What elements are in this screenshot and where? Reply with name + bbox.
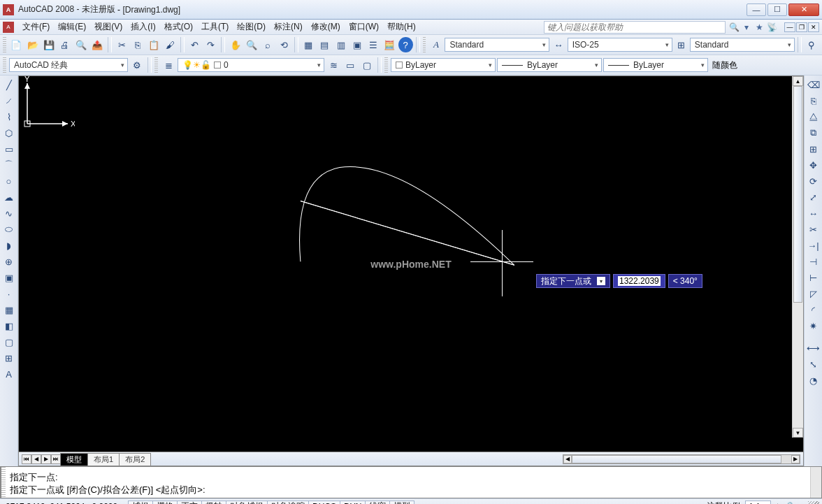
minimize-button[interactable]: — [747,3,766,16]
menu-insert[interactable]: 插入(I) [127,20,159,34]
annotation-visibility-icon[interactable]: ⚖ [774,502,781,505]
gradient-icon[interactable]: ◧ [1,318,17,333]
join-icon[interactable]: ⊢ [806,270,821,285]
dim-aligned-icon[interactable]: ⤡ [806,357,821,372]
table-style-icon[interactable]: ⊞ [674,37,688,52]
chamfer-icon[interactable]: ◸ [806,286,821,301]
text-style-combo[interactable]: Standard▾ [445,38,549,52]
tab-layout1[interactable]: 布局1 [87,453,120,466]
ortho-toggle[interactable]: 正交 [177,501,202,505]
new-icon[interactable]: 📄 [9,37,24,52]
dyn-toggle[interactable]: DYN [340,501,366,505]
coordinates-display[interactable]: 2717.3419, 941.5064 , 0.0000 [3,502,129,505]
status-menu-icon[interactable]: ▾ [798,502,802,505]
save-icon[interactable]: 💾 [41,37,56,52]
menu-tools[interactable]: 工具(T) [197,20,233,34]
table-style-combo[interactable]: Standard▾ [690,38,795,52]
scroll-thumb[interactable] [572,455,781,463]
command-scrollbar[interactable] [810,467,821,498]
layer-states-icon[interactable]: ▭ [342,57,358,73]
cut-icon[interactable]: ✂ [115,37,129,52]
hatch-icon[interactable]: ▦ [1,302,17,317]
arc-icon[interactable]: ⌒ [1,157,17,173]
scroll-left-icon[interactable]: ◀ [563,455,572,463]
extend-icon[interactable]: →| [806,238,821,253]
color-combo[interactable]: ByLayer▾ [391,58,496,72]
zoom-win-icon[interactable]: ⌕ [260,37,275,52]
dynamic-distance-input[interactable]: 1322.2039 [613,274,665,288]
line-icon[interactable]: ╱ [1,77,17,92]
lwt-toggle[interactable]: 线宽 [365,501,390,505]
copy-obj-icon[interactable]: ⎘ [806,93,821,108]
redo-icon[interactable]: ↷ [203,37,218,52]
zoom-prev-icon[interactable]: ⟲ [277,37,291,52]
match-prop-icon[interactable]: 🖌 [163,37,178,52]
make-block-icon[interactable]: ▣ [1,270,17,285]
doc-minimize-button[interactable]: — [784,22,795,32]
ducs-toggle[interactable]: DUCS [308,501,340,505]
rectangle-icon[interactable]: ▭ [1,141,17,157]
move-icon[interactable]: ✥ [806,157,821,173]
spline-icon[interactable]: ∿ [1,206,17,221]
help-search-input[interactable] [544,21,726,34]
ellipse-icon[interactable]: ⬭ [1,222,17,237]
tool-palette-icon[interactable]: ▥ [333,37,348,52]
resize-grip[interactable] [808,501,819,505]
menu-help[interactable]: 帮助(H) [383,20,420,34]
xline-icon[interactable]: ⟋ [1,93,17,108]
ellipse-arc-icon[interactable]: ◗ [1,238,17,253]
mirror-icon[interactable]: ⧋ [806,109,821,124]
tab-layout2[interactable]: 布局2 [119,453,151,466]
annotation-scale-combo[interactable]: 1:1 [745,501,771,505]
break-icon[interactable]: ⊣ [806,254,821,269]
menu-view[interactable]: 视图(V) [90,20,127,34]
help-icon[interactable]: ? [398,37,413,52]
dropdown-icon[interactable]: ▾ [597,277,605,285]
layer-manager-icon[interactable]: ≣ [161,57,176,73]
region-icon[interactable]: ▢ [1,334,17,350]
dim-radius-icon[interactable]: ◔ [806,373,821,388]
horizontal-scrollbar[interactable]: ◀ ▶ [563,454,800,464]
tab-first-icon[interactable]: ⏮ [22,454,31,464]
table-icon[interactable]: ⊞ [1,350,17,366]
layer-prev-icon[interactable]: ≋ [326,57,341,73]
multileader-style-icon[interactable]: ⚲ [805,37,819,52]
menu-dimension[interactable]: 标注(N) [270,20,307,34]
tab-model[interactable]: 模型 [60,453,88,466]
snap-toggle[interactable]: 捕捉 [128,501,153,505]
osnap-toggle[interactable]: 对象捕捉 [226,501,268,505]
vertical-scrollbar[interactable]: ▲ ▼ [792,76,803,438]
zoom-rt-icon[interactable]: 🔍 [244,37,259,52]
paste-icon[interactable]: 📋 [147,37,161,52]
sheet-set-icon[interactable]: ▣ [349,37,364,52]
toolbar-grip[interactable] [3,37,6,52]
explode-icon[interactable]: ✷ [806,318,821,333]
menu-file[interactable]: 文件(F) [18,20,54,34]
dynamic-angle-input[interactable]: < 340° [668,274,702,288]
toolbar-grip[interactable] [3,57,6,73]
tab-next-icon[interactable]: ▶ [41,454,51,464]
pan-icon[interactable]: ✋ [228,37,243,52]
scroll-up-icon[interactable]: ▲ [793,76,803,86]
erase-icon[interactable]: ⌫ [806,77,821,92]
doc-restore-button[interactable]: ❐ [796,22,807,32]
toolbar-grip[interactable] [154,57,158,73]
menu-modify[interactable]: 修改(M) [307,20,345,34]
scale-icon[interactable]: ⤢ [806,189,821,205]
preview-icon[interactable]: 🔍 [73,37,88,52]
linetype-combo[interactable]: ByLayer▾ [497,58,602,72]
circle-icon[interactable]: ○ [1,173,17,189]
tab-prev-icon[interactable]: ◀ [31,454,41,464]
model-toggle[interactable]: 模型 [389,501,414,505]
tab-last-icon[interactable]: ⏭ [51,454,61,464]
layer-combo[interactable]: 💡 ☀ 🔓 0▾ [178,58,324,72]
workspace-combo[interactable]: AutoCAD 经典▾ [9,58,128,72]
open-icon[interactable]: 📂 [25,37,40,52]
toolbar-grip[interactable] [423,37,426,52]
insert-block-icon[interactable]: ⊕ [1,254,17,269]
undo-icon[interactable]: ↶ [187,37,202,52]
menu-draw[interactable]: 绘图(D) [233,20,270,34]
dim-linear-icon[interactable]: ⟷ [806,340,821,356]
trim-icon[interactable]: ✂ [806,222,821,237]
lineweight-combo[interactable]: ByLayer▾ [603,58,708,72]
